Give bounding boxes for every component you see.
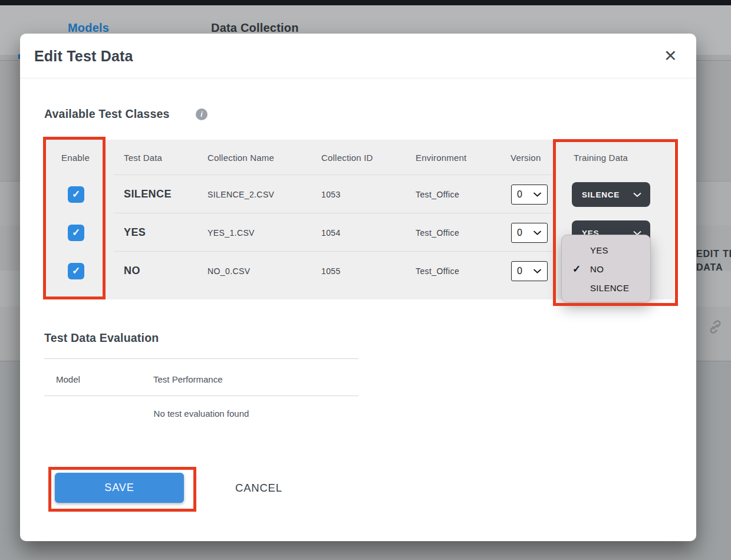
training-data-select-silence[interactable]: SILENCE bbox=[572, 182, 650, 207]
cell-collection-name: YES_1.CSV bbox=[208, 213, 255, 252]
eval-table-divider bbox=[44, 358, 358, 359]
dropdown-item-no[interactable]: ✓ NO bbox=[562, 259, 650, 278]
cancel-button[interactable]: CANCEL bbox=[235, 482, 282, 495]
eval-column-test-performance: Test Performance bbox=[153, 369, 223, 389]
version-value: 0 bbox=[517, 228, 522, 238]
dropdown-item-silence[interactable]: SILENCE bbox=[562, 278, 650, 297]
check-icon: ✓ bbox=[72, 228, 80, 238]
version-select-silence[interactable]: 0 bbox=[511, 185, 548, 205]
dropdown-item-label: SILENCE bbox=[590, 283, 629, 293]
cell-test-data: SILENCE bbox=[124, 175, 172, 213]
version-select-no[interactable]: 0 bbox=[511, 261, 548, 281]
test-data-evaluation-heading: Test Data Evaluation bbox=[44, 331, 159, 345]
link-icon bbox=[707, 319, 723, 335]
cell-test-data: YES bbox=[124, 213, 146, 252]
cell-collection-id: 1053 bbox=[321, 175, 341, 213]
dropdown-item-label: NO bbox=[590, 264, 604, 274]
check-icon: ✓ bbox=[72, 189, 80, 199]
eval-empty-message: No test evaluation found bbox=[44, 409, 358, 419]
title-divider bbox=[20, 78, 696, 78]
screen: Models Data Collection EDIT TE DATA Edit… bbox=[0, 0, 731, 560]
column-header-environment: Environment bbox=[416, 148, 466, 167]
edit-test-data-button-fragment: EDIT TE DATA bbox=[696, 247, 731, 274]
cell-environment: Test_Office bbox=[416, 252, 459, 290]
enable-checkbox-no[interactable]: ✓ bbox=[68, 252, 84, 290]
edit-fragment-line2: DATA bbox=[696, 261, 731, 274]
eval-column-model: Model bbox=[56, 369, 80, 389]
cell-environment: Test_Office bbox=[416, 175, 459, 213]
version-value: 0 bbox=[517, 189, 522, 200]
browser-top-bar bbox=[0, 0, 731, 5]
enable-checkbox-yes[interactable]: ✓ bbox=[68, 213, 84, 252]
chevron-down-icon bbox=[533, 268, 542, 274]
training-data-dropdown-menu: YES ✓ NO SILENCE bbox=[561, 235, 651, 302]
available-test-classes-heading: Available Test Classes bbox=[44, 107, 170, 121]
column-header-version: Version bbox=[511, 148, 541, 167]
cell-collection-id: 1055 bbox=[321, 252, 341, 290]
modal-title: Edit Test Data bbox=[34, 48, 133, 65]
dropdown-item-label: YES bbox=[590, 245, 608, 255]
cell-test-data: NO bbox=[124, 252, 140, 290]
cell-collection-name: SILENCE_2.CSV bbox=[208, 175, 274, 213]
column-header-collection-id: Collection ID bbox=[321, 148, 373, 167]
chevron-down-icon bbox=[533, 230, 542, 236]
cell-collection-name: NO_0.CSV bbox=[208, 252, 250, 290]
cell-collection-id: 1054 bbox=[321, 213, 341, 252]
close-icon[interactable]: ✕ bbox=[664, 47, 677, 65]
dropdown-item-yes[interactable]: YES bbox=[562, 241, 650, 259]
enable-checkbox-silence[interactable]: ✓ bbox=[68, 175, 84, 213]
version-select-yes[interactable]: 0 bbox=[511, 223, 548, 243]
cell-environment: Test_Office bbox=[416, 213, 459, 252]
training-data-value: SILENCE bbox=[582, 190, 620, 199]
version-value: 0 bbox=[517, 266, 522, 276]
check-icon: ✓ bbox=[72, 266, 80, 276]
chevron-down-icon bbox=[533, 192, 542, 197]
eval-table-divider bbox=[44, 396, 358, 396]
save-button[interactable]: SAVE bbox=[55, 473, 184, 503]
column-header-enable: Enable bbox=[59, 148, 92, 167]
column-header-training-data: Training Data bbox=[574, 148, 628, 167]
info-icon[interactable]: i bbox=[196, 108, 208, 120]
column-header-test-data: Test Data bbox=[124, 148, 162, 167]
tab-data-collection[interactable]: Data Collection bbox=[211, 21, 299, 35]
edit-fragment-line1: EDIT TE bbox=[696, 247, 731, 261]
checkmark-icon: ✓ bbox=[572, 263, 581, 275]
tab-models[interactable]: Models bbox=[68, 21, 109, 35]
chevron-down-icon bbox=[633, 192, 641, 197]
column-header-collection-name: Collection Name bbox=[208, 148, 274, 167]
